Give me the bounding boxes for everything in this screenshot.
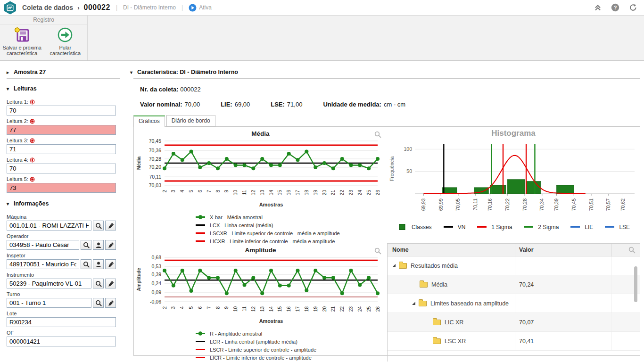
search-icon-button[interactable] xyxy=(93,298,104,308)
amplitude-chart-cell: Amplitude 0,680,530,390,240,09-0,06Ampli… xyxy=(134,243,387,362)
leitura-input-row xyxy=(7,183,116,193)
svg-text:Frequência: Frequência xyxy=(389,156,395,181)
svg-text:20: 20 xyxy=(322,306,327,312)
collapse-ribbon-icon[interactable] xyxy=(594,4,602,11)
svg-text:70,03: 70,03 xyxy=(149,182,161,188)
separator: | xyxy=(180,4,184,11)
tree-expander-icon[interactable] xyxy=(412,302,415,305)
brush-icon-button[interactable] xyxy=(105,298,116,308)
legend-label: LIE xyxy=(585,224,593,230)
svg-text:12: 12 xyxy=(251,190,256,196)
search-icon-button[interactable] xyxy=(81,259,91,269)
info-field-label: Turno xyxy=(7,291,127,297)
refresh-icon[interactable] xyxy=(629,3,637,12)
legend-label: 2 Sigma xyxy=(538,224,559,230)
tab-gr-ficos[interactable]: Gráficos xyxy=(133,115,165,127)
leitura-input-row xyxy=(7,125,116,135)
svg-text:5: 5 xyxy=(189,306,194,309)
status-badge: Ativa xyxy=(189,4,212,12)
leitura-input[interactable] xyxy=(7,106,116,115)
svg-text:26: 26 xyxy=(375,190,380,196)
brush-icon-button[interactable] xyxy=(105,221,116,230)
table-row[interactable]: LSC XR70,41 xyxy=(388,332,640,351)
info-field-label: Lote xyxy=(7,311,127,316)
leitura-label: Leitura 3: xyxy=(7,138,127,143)
tab-di-rio-de-bordo[interactable]: Diário de bordo xyxy=(166,115,215,127)
table-scrollbar-thumb[interactable] xyxy=(634,266,637,302)
info-field-input[interactable] xyxy=(7,240,79,250)
leitura-label: Leitura 5: xyxy=(7,176,127,182)
search-icon-button[interactable] xyxy=(93,221,104,230)
table-row[interactable]: Média70,24 xyxy=(388,275,640,294)
main-area: ▾ Característica: DI - Diâmetro Interno … xyxy=(127,61,644,362)
leitura-input[interactable] xyxy=(7,144,116,154)
svg-text:2: 2 xyxy=(162,306,167,309)
spec-label: LSE: xyxy=(271,101,285,108)
leitura-input[interactable] xyxy=(7,183,116,193)
characteristic-header[interactable]: ▾ Característica: DI - Diâmetro Interno xyxy=(130,69,644,75)
section-leituras[interactable]: ▾ Leituras xyxy=(7,85,127,92)
app-title[interactable]: Coleta de dados xyxy=(22,4,73,11)
info-field-label: Máquina xyxy=(7,214,127,220)
divider xyxy=(133,78,640,79)
table-row[interactable]: Limites baseado na amplitude xyxy=(388,294,640,313)
svg-text:15: 15 xyxy=(277,190,282,196)
section-informacoes-title: Informações xyxy=(14,200,49,207)
zoom-chart-icon[interactable] xyxy=(374,131,381,140)
info-field-label: Inspetor xyxy=(7,253,127,258)
svg-text:70,16: 70,16 xyxy=(487,198,492,211)
svg-text:70,34: 70,34 xyxy=(539,198,545,211)
info-field-input[interactable] xyxy=(7,221,91,230)
tree-expander-icon[interactable] xyxy=(392,264,396,267)
column-header-valor[interactable]: Valor xyxy=(515,244,611,256)
info-field-row xyxy=(7,279,116,288)
info-field-input[interactable] xyxy=(7,259,79,269)
info-field-input[interactable] xyxy=(7,279,91,288)
tree-node-label: Resultados média xyxy=(411,263,458,269)
leitura-input[interactable] xyxy=(7,164,116,173)
column-header-nome[interactable]: Nome xyxy=(388,247,515,253)
info-field-input[interactable] xyxy=(7,298,91,308)
legend-label: LSE xyxy=(619,224,630,230)
legend-label: LSCR - Limite superior de controle - amp… xyxy=(210,347,316,353)
histogram-legend: ClassesVN1 Sigma2 SigmaLIELSE xyxy=(387,223,640,231)
search-icon-button[interactable] xyxy=(81,240,91,250)
section-informacoes[interactable]: ▾ Informações xyxy=(7,200,127,207)
spec-item: Valor nominal:70,00 xyxy=(140,101,200,108)
search-icon-button[interactable] xyxy=(93,279,104,288)
ribbon-group-registro: Registro Salvar e p xyxy=(0,16,88,60)
coleta-row: Nr. da coleta: 000022 xyxy=(140,86,644,93)
brush-icon-button[interactable] xyxy=(105,259,116,269)
svg-text:23: 23 xyxy=(348,306,354,312)
table-row[interactable]: Resultados média xyxy=(388,256,640,275)
legend-label: LSCXR - Limite superior de controle - mé… xyxy=(210,230,340,236)
brush-icon-button[interactable] xyxy=(105,279,116,288)
person-icon-button[interactable] xyxy=(93,240,104,250)
svg-text:70,51: 70,51 xyxy=(588,198,594,211)
amplitude-chart-legend: R - Amplitude amostralLCR - Linha centra… xyxy=(195,329,387,362)
spec-item: Unidade de medida:cm - cm xyxy=(323,101,405,108)
histogram-title: Histograma xyxy=(387,127,640,138)
info-field: Lote xyxy=(7,311,127,327)
info-field: Turno xyxy=(7,291,127,308)
legend-item: LCX - Linha central (média) xyxy=(195,221,387,229)
svg-text:10: 10 xyxy=(233,306,238,312)
info-field-input[interactable] xyxy=(7,317,116,327)
skip-characteristic-button[interactable]: Pular característica xyxy=(44,26,86,56)
leitura-input[interactable] xyxy=(7,125,116,135)
legend-item: LSE xyxy=(604,223,630,231)
svg-text:8: 8 xyxy=(215,306,221,309)
svg-text:14: 14 xyxy=(269,306,274,312)
help-icon[interactable]: ? xyxy=(611,3,619,12)
brush-icon-button[interactable] xyxy=(105,240,116,250)
save-next-characteristic-button[interactable]: Salvar e próxima característica xyxy=(1,26,43,56)
table-row[interactable]: LIC XR70,07 xyxy=(388,313,640,332)
folder-icon xyxy=(399,263,407,269)
svg-text:Amostras: Amostras xyxy=(259,318,283,324)
zoom-chart-icon[interactable] xyxy=(374,247,381,256)
svg-text:16: 16 xyxy=(286,306,291,312)
person-icon-button[interactable] xyxy=(93,259,104,269)
section-amostra[interactable]: ▸ Amostra 27 xyxy=(7,69,127,75)
info-field-row xyxy=(7,337,116,346)
info-field-input[interactable] xyxy=(7,337,116,346)
